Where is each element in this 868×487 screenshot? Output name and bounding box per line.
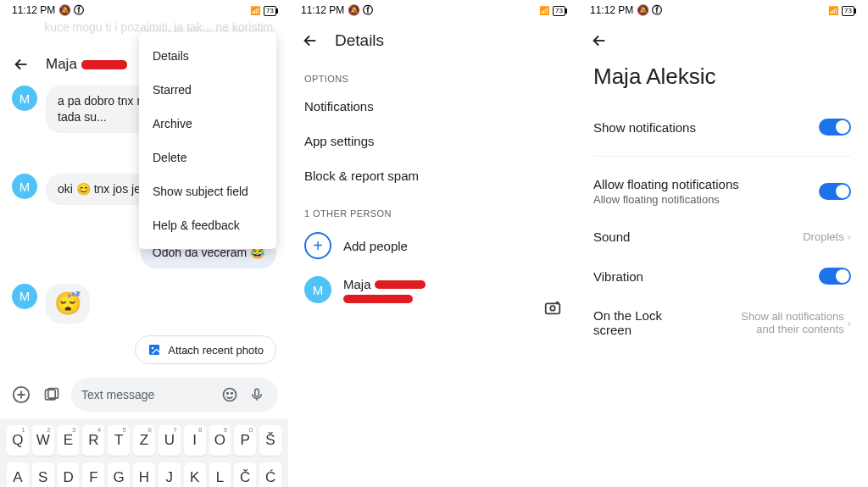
signal-icon: 📶	[250, 6, 260, 15]
menu-delete[interactable]: Delete	[139, 141, 276, 174]
key-I[interactable]: I8	[184, 425, 206, 456]
option-app-settings[interactable]: App settings	[289, 124, 577, 158]
key-H[interactable]: H	[133, 462, 155, 487]
key-Š[interactable]: Š	[259, 425, 281, 456]
key-S[interactable]: S	[32, 462, 54, 487]
key-Z[interactable]: Z6	[133, 425, 155, 456]
back-arrow-icon[interactable]	[590, 31, 609, 50]
back-arrow-icon[interactable]	[301, 31, 320, 50]
gallery-icon[interactable]	[41, 384, 63, 406]
keyboard[interactable]: Q1W2E3R4T5Z6U7I8O9P0Š ASDFGHJKLČĆ	[0, 418, 288, 487]
key-F[interactable]: F	[82, 462, 104, 487]
message-row: M 😴	[0, 280, 288, 327]
plus-circle-icon: +	[304, 232, 331, 259]
avatar[interactable]: M	[12, 284, 37, 309]
key-L[interactable]: L	[209, 462, 231, 487]
key-G[interactable]: G	[108, 462, 130, 487]
camera-shortcut-icon[interactable]	[543, 298, 562, 319]
message-input[interactable]: Text message	[71, 378, 278, 412]
key-R[interactable]: R4	[82, 425, 104, 456]
key-D[interactable]: D	[58, 462, 80, 487]
chevron-right-icon: ›	[848, 230, 851, 243]
row-show-notifications[interactable]: Show notifications	[578, 107, 866, 147]
menu-details[interactable]: Details	[139, 39, 276, 73]
details-title: Details	[335, 31, 384, 50]
row-lock-screen[interactable]: On the Lock screen Show all notification…	[578, 296, 866, 349]
svg-rect-8	[255, 389, 259, 396]
overflow-menu: Details Starred Archive Delete Show subj…	[139, 32, 276, 249]
label: On the Lock screen	[593, 308, 695, 337]
message-bubble[interactable]: 😴	[46, 284, 90, 324]
svg-point-1	[152, 347, 154, 350]
option-block-report[interactable]: Block & report spam	[289, 158, 577, 193]
chat-contact-name[interactable]: Maja	[46, 56, 127, 73]
compose-placeholder: Text message	[81, 388, 219, 401]
key-K[interactable]: K	[184, 462, 206, 487]
svg-point-7	[231, 393, 233, 395]
key-Ć[interactable]: Ć	[259, 462, 281, 487]
toggle-on-icon[interactable]	[819, 119, 851, 136]
toggle-on-icon[interactable]	[819, 268, 851, 285]
battery-icon: 73	[264, 6, 276, 16]
divider	[593, 156, 851, 157]
key-E[interactable]: E3	[58, 425, 80, 456]
label: Vibration	[593, 269, 819, 284]
redacted-surname	[81, 60, 127, 69]
menu-help[interactable]: Help & feedback	[139, 208, 276, 242]
back-arrow-icon[interactable]	[12, 55, 31, 74]
person-name: Maja	[343, 277, 426, 291]
key-A[interactable]: A	[7, 462, 29, 487]
avatar[interactable]: M	[12, 86, 37, 111]
key-U[interactable]: U7	[159, 425, 181, 456]
redacted-surname	[375, 280, 426, 289]
avatar: M	[304, 276, 331, 303]
pane-chat: 11:12 PM 🔕 ⓕ 📶 73 kuce mogu ti i pozajmi…	[0, 0, 289, 487]
menu-starred[interactable]: Starred	[139, 73, 276, 107]
plus-icon[interactable]	[10, 384, 32, 406]
person-row[interactable]: M Maja	[289, 268, 577, 312]
status-right: 📶 73	[250, 6, 276, 16]
key-Q[interactable]: Q1	[7, 425, 29, 456]
row-vibration[interactable]: Vibration	[578, 256, 866, 296]
add-people-label: Add people	[343, 239, 408, 253]
key-Č[interactable]: Č	[234, 462, 256, 487]
people-label: 1 OTHER PERSON	[289, 193, 577, 224]
svg-rect-9	[546, 303, 560, 313]
key-P[interactable]: P0	[234, 425, 256, 456]
svg-point-5	[224, 389, 236, 401]
value: Show all notifications and their content…	[724, 310, 844, 335]
compose-bar: Text message	[0, 371, 288, 418]
image-icon	[147, 343, 161, 357]
details-header: Details	[289, 19, 577, 58]
status-time: 11:12 PM 🔕 ⓕ	[12, 3, 84, 18]
sublabel: Allow floating notifications	[593, 193, 819, 206]
mic-icon[interactable]	[246, 384, 268, 406]
label: Allow floating notifications	[593, 177, 819, 191]
value: Droplets	[803, 230, 843, 243]
toggle-on-icon[interactable]	[819, 183, 851, 200]
label: Sound	[593, 230, 803, 244]
menu-show-subject[interactable]: Show subject field	[139, 174, 276, 208]
avatar[interactable]: M	[12, 174, 37, 199]
key-O[interactable]: O9	[209, 425, 231, 456]
key-W[interactable]: W2	[32, 425, 54, 456]
chevron-right-icon: ›	[848, 317, 851, 329]
add-people-row[interactable]: + Add people	[289, 224, 577, 268]
attach-photo-chip[interactable]: Attach recent photo	[135, 335, 276, 364]
row-floating-notifications[interactable]: Allow floating notifications Allow float…	[578, 165, 866, 218]
redacted-number	[343, 295, 413, 303]
key-J[interactable]: J	[159, 462, 181, 487]
menu-archive[interactable]: Archive	[139, 107, 276, 141]
svg-point-6	[227, 393, 229, 395]
chip-label: Attach recent photo	[168, 344, 264, 357]
status-bar: 11:12 PM 🔕 ⓕ 📶73	[578, 0, 866, 19]
status-bar: 11:12 PM 🔕 ⓕ 📶 73	[0, 0, 288, 19]
status-bar: 11:12 PM 🔕 ⓕ 📶73	[289, 0, 577, 19]
settings-header	[578, 19, 866, 58]
emoji-icon[interactable]	[219, 384, 241, 406]
row-sound[interactable]: Sound Droplets ›	[578, 218, 866, 256]
option-notifications[interactable]: Notifications	[289, 89, 577, 124]
key-T[interactable]: T5	[108, 425, 130, 456]
svg-point-10	[550, 306, 555, 311]
pane-details: 11:12 PM 🔕 ⓕ 📶73 Details OPTIONS Notific…	[289, 0, 578, 487]
